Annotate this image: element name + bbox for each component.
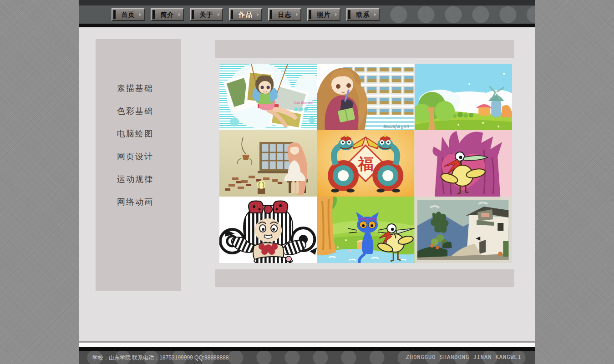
arrow-right-icon (374, 13, 378, 16)
sidebar-item-web-animation[interactable]: 网络动画 (96, 191, 181, 213)
arrow-right-icon (257, 13, 261, 16)
coin-pattern-decoration (385, 6, 535, 23)
nav-item-label: 日志 (274, 11, 296, 18)
nav-item-intro[interactable]: 简介 (151, 8, 184, 21)
nav-item-contact[interactable]: 联系 (346, 8, 380, 21)
gallery-section: Xiao Shu Lin! (215, 40, 514, 287)
nav-item-label: 联系 (352, 11, 374, 18)
nav-item-label: 照片 (313, 11, 335, 18)
nav-button-accent-bar (113, 10, 116, 19)
artwork-thumbnail-anime-girl-on-swing[interactable]: Xiao Shu Lin! (219, 64, 317, 130)
girl-by-window-image (219, 130, 317, 197)
nav-button-accent-bar (270, 10, 272, 19)
sidebar-item-color-basics[interactable]: 色彩基础 (96, 100, 181, 122)
sidebar-item-motion-rules[interactable]: 运动规律 (96, 168, 181, 191)
nav-button-accent-bar (152, 10, 155, 19)
new-year-snakes-image: 福 (317, 130, 414, 197)
artwork-thumbnail-new-year-snakes[interactable]: 福 (317, 130, 414, 197)
top-border-strip (79, 0, 535, 5)
nav-item-blog[interactable]: 日志 (268, 8, 301, 21)
nav-item-label: 关于 (195, 11, 218, 18)
artwork-thumbnail-anime-girl-with-stamps[interactable]: Beautiful girl! (317, 64, 414, 130)
village-painting-image (415, 197, 512, 263)
artwork-grid: Xiao Shu Lin! (219, 64, 512, 263)
footer-black-strip (79, 347, 535, 351)
cartoon-meadow-village-image (415, 64, 512, 130)
nav-button-accent-bar (231, 10, 233, 19)
content-area: 素描基础 色彩基础 电脑绘图 网页设计 运动规律 网络动画 (79, 27, 535, 341)
artwork-caption: Xiao Shu Lin! (294, 101, 313, 104)
cat-and-chick-image (317, 197, 414, 263)
footer-contact-info: 学校：山东学院 联系电话：18753199999 QQ:88888888 (92, 354, 228, 362)
striped-girl-image (219, 197, 317, 263)
arrow-right-icon (178, 13, 183, 16)
nav-button-accent-bar (348, 10, 350, 19)
gallery-top-panel (215, 40, 514, 58)
artwork-caption: 福 (357, 155, 373, 172)
nav-item-label: 作品 (234, 11, 257, 18)
sidebar-item-web-design[interactable]: 网页设计 (96, 145, 181, 168)
artwork-thumbnail-cartoon-meadow-village[interactable] (415, 64, 512, 130)
arrow-right-icon (296, 13, 300, 16)
divider-strip (79, 24, 535, 27)
sidebar-item-sketch-basics[interactable]: 素描基础 (96, 77, 181, 100)
page: 首页 简介 关于 作品 (79, 0, 535, 364)
arrow-right-icon (335, 13, 339, 16)
nav-button-accent-bar (192, 10, 194, 19)
nav-item-label: 简介 (156, 11, 178, 18)
nav-item-label: 首页 (117, 11, 139, 18)
artwork-caption: Beautiful girl! (384, 124, 410, 129)
footer: 学校：山东学院 联系电话：18753199999 QQ:88888888 ZHO… (79, 351, 535, 364)
gallery-bottom-panel (215, 269, 514, 287)
bird-at-pink-tree-image (415, 130, 512, 197)
artwork-thumbnail-cat-and-chick[interactable] (317, 197, 414, 263)
artwork-thumbnail-striped-girl[interactable] (219, 197, 317, 263)
nav-item-photos[interactable]: 照片 (307, 8, 340, 21)
arrow-right-icon (139, 13, 143, 16)
nav-item-home[interactable]: 首页 (112, 8, 145, 21)
footer-site-name: ZHONGGUO SHANDONG JINAN KANGWEI (406, 354, 522, 361)
sidebar: 素描基础 色彩基础 电脑绘图 网页设计 运动规律 网络动画 (96, 39, 181, 291)
artwork-thumbnail-village-painting[interactable] (415, 197, 512, 263)
anime-girl-on-swing-image: Xiao Shu Lin! (219, 64, 317, 130)
desktop-background: 首页 简介 关于 作品 (0, 0, 614, 364)
sidebar-menu: 素描基础 色彩基础 电脑绘图 网页设计 运动规律 网络动画 (96, 77, 181, 213)
footer-white-band (79, 343, 535, 347)
nav-button-accent-bar (309, 10, 311, 19)
anime-girl-with-stamps-image: Beautiful girl! (317, 64, 414, 130)
artwork-thumbnail-bird-at-pink-tree[interactable] (415, 130, 512, 197)
nav-item-about[interactable]: 关于 (190, 8, 223, 21)
arrow-right-icon (218, 13, 222, 16)
nav-menu: 首页 简介 关于 作品 (112, 8, 380, 21)
artwork-thumbnail-girl-by-window[interactable] (219, 130, 317, 197)
nav-item-works[interactable]: 作品 (229, 8, 262, 21)
sidebar-item-computer-drawing[interactable]: 电脑绘图 (96, 122, 181, 145)
main-navigation: 首页 简介 关于 作品 (79, 5, 535, 24)
